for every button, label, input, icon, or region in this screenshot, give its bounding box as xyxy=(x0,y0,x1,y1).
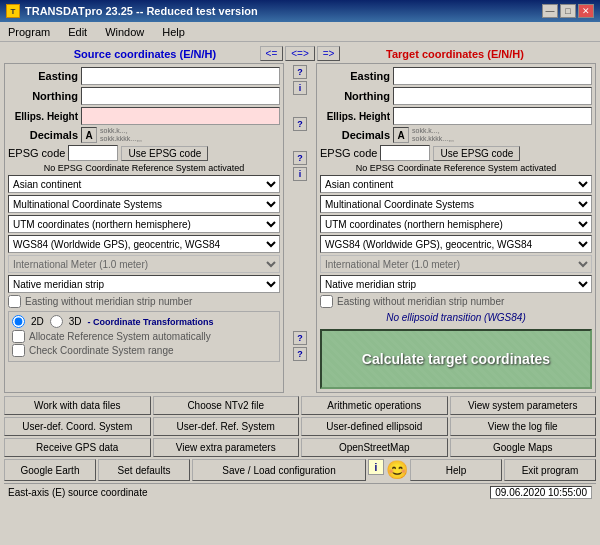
source-meridian-dropdown[interactable]: Native meridian strip xyxy=(8,275,280,293)
app-title: TRANSDATpro 23.25 -- Reduced test versio… xyxy=(25,5,258,17)
target-epsg-input[interactable] xyxy=(380,145,430,161)
google-maps-button[interactable]: Google Maps xyxy=(450,438,597,457)
target-decimals-label: Decimals xyxy=(320,129,390,141)
ellips-height-label: Ellips. Height xyxy=(8,111,78,122)
target-height-input[interactable] xyxy=(393,107,592,125)
target-epsg-status: No EPSG Coordinate Reference System acti… xyxy=(320,163,592,173)
set-defaults-button[interactable]: Set defaults xyxy=(98,459,190,481)
smiley-icon: 😊 xyxy=(386,459,408,481)
target-ellips-height-label: Ellips. Height xyxy=(320,111,390,122)
view-system-params-button[interactable]: View system parameters xyxy=(450,396,597,415)
maximize-button[interactable]: □ xyxy=(560,4,576,18)
app-icon: T xyxy=(6,4,20,18)
status-time: 09.06.2020 10:55:00 xyxy=(490,486,592,499)
nav-both-button[interactable]: <=> xyxy=(285,46,315,61)
help-epsg2[interactable]: i xyxy=(293,167,307,181)
help-epsg[interactable]: ? xyxy=(293,151,307,165)
source-northing-input[interactable] xyxy=(81,87,280,105)
status-bar: East-axis (E) source coordinate 09.06.20… xyxy=(4,483,596,501)
allocate-ref-label: Allocate Reference System automatically xyxy=(29,331,211,342)
user-def-ellipsoid-button[interactable]: User-defined ellipsoid xyxy=(301,417,448,436)
google-earth-button[interactable]: Google Earth xyxy=(4,459,96,481)
3d-radio[interactable] xyxy=(50,315,63,328)
target-epsg-label: EPSG code xyxy=(320,147,377,159)
no-ellipsoid-text: No ellipsoid transition (WGS84) xyxy=(320,309,592,326)
decimals-label: Decimals xyxy=(8,129,78,141)
save-load-config-button[interactable]: Save / Load configuration xyxy=(192,459,366,481)
target-use-epsg-button[interactable]: Use EPSG code xyxy=(433,146,520,161)
help-easting[interactable]: ? xyxy=(293,65,307,79)
bottom-buttons-area: Work with data files Choose NTv2 file Ar… xyxy=(4,396,596,457)
help-northing[interactable]: i xyxy=(293,81,307,95)
menu-bar: Program Edit Window Help xyxy=(0,22,600,42)
source-utm-dropdown[interactable]: UTM coordinates (northern hemisphere) xyxy=(8,215,280,233)
work-data-files-button[interactable]: Work with data files xyxy=(4,396,151,415)
decimals-pattern: sokk.k..., sokk.kkkk...,,, xyxy=(100,127,142,142)
target-decimals-pattern: sokk.k..., sokk.kkkk...,,, xyxy=(412,127,454,142)
target-decimals-a[interactable]: A xyxy=(393,127,409,143)
close-button[interactable]: ✕ xyxy=(578,4,594,18)
minimize-button[interactable]: — xyxy=(542,4,558,18)
decimals-a[interactable]: A xyxy=(81,127,97,143)
source-continent-dropdown[interactable]: Asian continent xyxy=(8,175,280,193)
title-bar: T TRANSDATpro 23.25 -- Reduced test vers… xyxy=(0,0,600,22)
target-meridian-dropdown[interactable]: Native meridian strip xyxy=(320,275,592,293)
target-northing-input[interactable] xyxy=(393,87,592,105)
source-panel: Easting Northing Ellips. Height Decimals… xyxy=(4,63,284,393)
menu-program[interactable]: Program xyxy=(4,25,54,39)
target-easting-input[interactable] xyxy=(393,67,592,85)
menu-help[interactable]: Help xyxy=(158,25,189,39)
source-header: Source coordinates (E/N/H) xyxy=(74,48,216,60)
source-easting-input[interactable] xyxy=(81,67,280,85)
status-text: East-axis (E) source coordinate xyxy=(8,487,486,498)
source-coord-system-dropdown[interactable]: Multinational Coordinate Systems xyxy=(8,195,280,213)
choose-ntv2-button[interactable]: Choose NTv2 file xyxy=(153,396,300,415)
target-wgs84-dropdown[interactable]: WGS84 (Worldwide GPS), geocentric, WGS84 xyxy=(320,235,592,253)
view-log-button[interactable]: View the log file xyxy=(450,417,597,436)
user-def-coord-button[interactable]: User-def. Coord. System xyxy=(4,417,151,436)
nav-left-button[interactable]: <= xyxy=(260,46,284,61)
target-northing-label: Northing xyxy=(320,90,390,102)
source-meter-dropdown: International Meter (1.0 meter) xyxy=(8,255,280,273)
source-height-input[interactable] xyxy=(81,107,280,125)
help-column: ? i ? ? i ? ? xyxy=(286,63,314,393)
source-epsg-status: No EPSG Coordinate Reference System acti… xyxy=(8,163,280,173)
transform-title: - Coordinate Transformations xyxy=(88,317,214,327)
check-range-checkbox[interactable] xyxy=(12,344,25,357)
source-epsg-input[interactable] xyxy=(68,145,118,161)
exit-program-button[interactable]: Exit program xyxy=(504,459,596,481)
target-header: Target coordinates (E/N/H) xyxy=(386,48,524,60)
target-continent-dropdown[interactable]: Asian continent xyxy=(320,175,592,193)
target-easting-label: Easting xyxy=(320,70,390,82)
help-transform2[interactable]: ? xyxy=(293,347,307,361)
easting-label: Easting xyxy=(8,70,78,82)
source-wgs84-dropdown[interactable]: WGS84 (Worldwide GPS), geocentric, WGS84 xyxy=(8,235,280,253)
receive-gps-button[interactable]: Receive GPS data xyxy=(4,438,151,457)
calculate-area[interactable]: Calculate target coordinates xyxy=(320,329,592,389)
epsg-label: EPSG code xyxy=(8,147,65,159)
target-meter-dropdown: International Meter (1.0 meter) xyxy=(320,255,592,273)
user-def-ref-button[interactable]: User-def. Ref. System xyxy=(153,417,300,436)
northing-label: Northing xyxy=(8,90,78,102)
2d-radio[interactable] xyxy=(12,315,25,328)
help-button[interactable]: Help xyxy=(410,459,502,481)
target-panel: Easting Northing Ellips. Height Decimals… xyxy=(316,63,596,393)
check-range-label: Check Coordinate System range xyxy=(29,345,174,356)
source-easting-checkbox-label: Easting without meridian strip number xyxy=(25,296,192,307)
openstreetmap-button[interactable]: OpenStreetMap xyxy=(301,438,448,457)
target-utm-dropdown[interactable]: UTM coordinates (northern hemisphere) xyxy=(320,215,592,233)
menu-edit[interactable]: Edit xyxy=(64,25,91,39)
allocate-ref-checkbox[interactable] xyxy=(12,330,25,343)
menu-window[interactable]: Window xyxy=(101,25,148,39)
view-extra-params-button[interactable]: View extra parameters xyxy=(153,438,300,457)
target-easting-checkbox[interactable] xyxy=(320,295,333,308)
source-easting-checkbox[interactable] xyxy=(8,295,21,308)
info-button[interactable]: i xyxy=(368,459,384,475)
target-easting-checkbox-label: Easting without meridian strip number xyxy=(337,296,504,307)
target-coord-system-dropdown[interactable]: Multinational Coordinate Systems xyxy=(320,195,592,213)
source-use-epsg-button[interactable]: Use EPSG code xyxy=(121,146,208,161)
help-decimals[interactable]: ? xyxy=(293,117,307,131)
arithmetic-operations-button[interactable]: Arithmetic operations xyxy=(301,396,448,415)
help-transform1[interactable]: ? xyxy=(293,331,307,345)
